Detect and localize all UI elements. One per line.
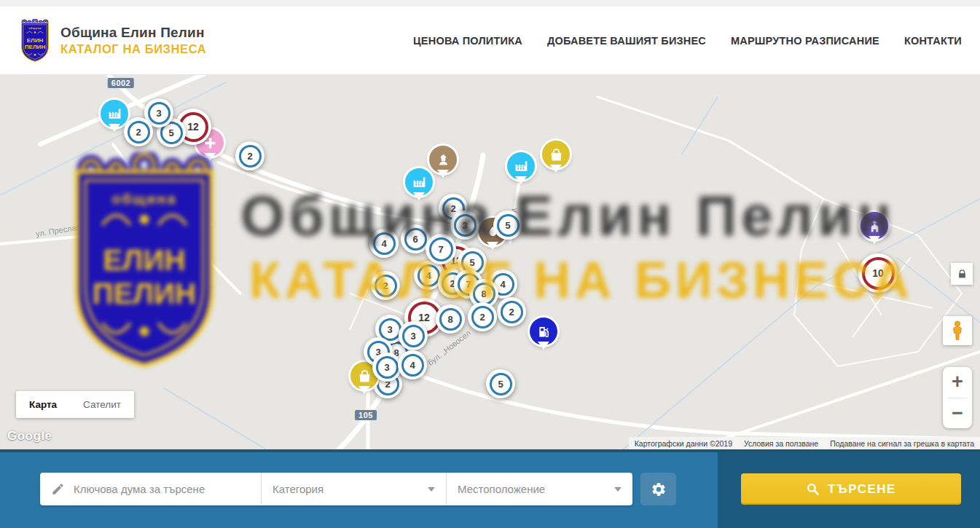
cluster-marker[interactable]: 4 <box>369 229 399 258</box>
factory-pin-marker[interactable] <box>507 152 535 180</box>
cluster-marker[interactable]: 10 <box>858 253 898 293</box>
worker-pin-marker[interactable] <box>429 146 457 173</box>
category-select-label: Категория <box>273 483 324 495</box>
map-attribution: Картографски данни ©2019Условия за ползв… <box>629 437 980 449</box>
pegman-icon <box>950 320 965 342</box>
church-pin-marker[interactable] <box>861 212 888 240</box>
attribution-text: Картографски данни ©2019 <box>635 439 732 448</box>
map-type-control: Карта Сателит <box>16 391 134 418</box>
search-button-label: ТЪРСЕНЕ <box>828 482 896 497</box>
site-title: Община Елин Пелин <box>60 25 206 41</box>
cluster-marker[interactable]: 2 <box>468 302 497 331</box>
attribution-link[interactable]: Подаване на сигнал за грешка в картата <box>830 439 974 448</box>
zoom-control: + − <box>943 367 972 428</box>
cluster-marker[interactable]: 5 <box>486 369 515 398</box>
zoom-out-button[interactable]: − <box>943 398 972 428</box>
search-submit-button[interactable]: ТЪРСЕНЕ <box>741 473 961 505</box>
svg-text:ПЕЛИН: ПЕЛИН <box>25 44 46 50</box>
advanced-search-button[interactable] <box>640 473 676 505</box>
category-select[interactable]: Категория <box>261 473 446 505</box>
svg-text:ЕЛИН: ЕЛИН <box>27 37 44 44</box>
search-button-panel: ТЪРСЕНЕ <box>718 452 980 528</box>
municipality-crest-icon: община ЕЛИН ПЕЛИН <box>18 19 52 63</box>
cluster-marker[interactable]: 3 <box>450 210 479 240</box>
cluster-marker[interactable]: 3 <box>399 321 428 350</box>
gear-icon <box>651 481 667 497</box>
location-select[interactable]: Местоположение <box>446 473 632 505</box>
bag-pin-marker[interactable] <box>542 141 570 168</box>
location-select-label: Местоположение <box>458 483 545 495</box>
google-logo[interactable]: Google <box>7 429 52 444</box>
pencil-icon <box>51 482 65 496</box>
search-bar: Категория Местоположение ТЪРСЕНЕ <box>0 449 980 528</box>
nav-item[interactable]: МАРШРУТНО РАЗПИСАНИЕ <box>731 35 879 47</box>
cluster-marker[interactable]: 2 <box>235 141 264 170</box>
main-nav: ЦЕНОВА ПОЛИТИКАДОБАВЕТЕ ВАШИЯТ БИЗНЕСМАР… <box>413 35 962 47</box>
map-type-map-button[interactable]: Карта <box>16 391 70 418</box>
map-type-satellite-button[interactable]: Сателит <box>70 391 134 418</box>
factory-pin-marker[interactable] <box>101 100 128 127</box>
chevron-down-icon <box>428 487 435 492</box>
keyword-input[interactable] <box>74 483 241 495</box>
lock-icon <box>957 269 968 280</box>
cluster-marker[interactable]: 2 <box>497 297 526 326</box>
nav-item[interactable]: ЦЕНОВА ПОЛИТИКА <box>413 35 522 47</box>
marker-layer: 125322134282235647547822128233334510 <box>0 75 980 449</box>
chevron-down-icon <box>614 487 622 492</box>
site-subtitle: КАТАЛОГ НА БИЗНЕСА <box>60 42 206 56</box>
cluster-marker[interactable]: 4 <box>398 350 427 379</box>
cluster-marker[interactable]: 7 <box>426 234 456 264</box>
pegman-control[interactable] <box>943 316 972 345</box>
nav-item[interactable]: ДОБАВЕТЕ ВАШИЯТ БИЗНЕС <box>547 35 706 47</box>
nav-item[interactable]: КОНТАКТИ <box>904 35 962 47</box>
search-icon <box>806 482 820 496</box>
cluster-marker[interactable]: 3 <box>372 352 401 382</box>
attribution-link[interactable]: Условия за ползване <box>744 439 818 448</box>
site-logo[interactable]: община ЕЛИН ПЕЛИН Община Елин Пелин КАТА… <box>18 19 206 63</box>
keyword-field <box>40 473 261 505</box>
cluster-marker[interactable]: 2 <box>371 271 400 300</box>
fuel-pin-marker[interactable] <box>530 318 557 345</box>
search-fields-group: Категория Местоположение <box>40 473 632 505</box>
factory-pin-marker[interactable] <box>405 168 433 196</box>
zoom-in-button[interactable]: + <box>943 367 972 398</box>
streetview-lock-button[interactable] <box>951 263 973 285</box>
cluster-marker[interactable]: 8 <box>436 304 465 334</box>
page-top-strip <box>0 0 980 7</box>
map-canvas[interactable]: ул. Преславбул. „Новоселици6002105 12532… <box>0 75 980 449</box>
header: община ЕЛИН ПЕЛИН Община Елин Пелин КАТА… <box>0 7 980 75</box>
cluster-marker[interactable]: 2 <box>124 117 153 146</box>
svg-text:община: община <box>28 26 42 30</box>
